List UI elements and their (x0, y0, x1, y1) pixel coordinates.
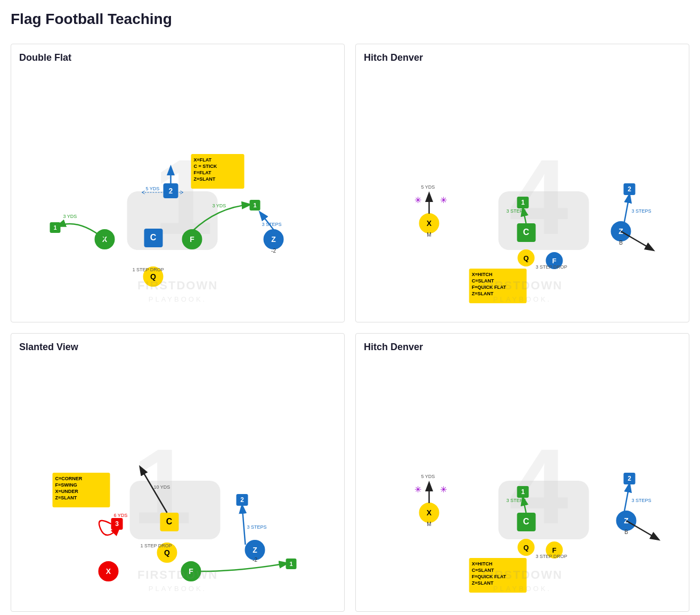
svg-rect-100 (499, 481, 589, 539)
svg-text:1: 1 (53, 224, 56, 231)
svg-text:10 YDS: 10 YDS (154, 484, 170, 490)
svg-text:1 STEP DROP: 1 STEP DROP (141, 543, 172, 548)
svg-text:1: 1 (521, 488, 525, 496)
svg-text:F=QUICK FLAT: F=QUICK FLAT (472, 574, 507, 579)
svg-text:C=SLANT: C=SLANT (472, 278, 494, 284)
svg-text:F: F (552, 257, 557, 265)
svg-text:F: F (190, 235, 194, 244)
svg-text:Q: Q (523, 254, 528, 262)
svg-text:Z=SLANT: Z=SLANT (194, 176, 216, 182)
svg-text:Z: Z (271, 235, 276, 244)
svg-text:F=FLAT: F=FLAT (194, 170, 212, 175)
svg-text:F: F (189, 567, 193, 576)
svg-text:X: X (427, 219, 432, 228)
svg-text:X: X (427, 508, 432, 517)
svg-line-62 (621, 231, 653, 250)
svg-text:X=HITCH: X=HITCH (472, 272, 493, 277)
svg-text:1 STEP DROP: 1 STEP DROP (133, 267, 164, 272)
svg-text:F=QUICK FLAT: F=QUICK FLAT (472, 285, 507, 290)
svg-text:3 STEPS: 3 STEPS (262, 222, 282, 227)
svg-text:C: C (150, 233, 157, 242)
svg-text:C = STICK: C = STICK (194, 164, 217, 169)
svg-text:2: 2 (628, 185, 631, 193)
svg-text:Q: Q (164, 548, 170, 557)
svg-text:3: 3 (115, 520, 119, 528)
svg-rect-37 (499, 191, 589, 250)
svg-text:5 YDS: 5 YDS (421, 184, 435, 190)
svg-line-125 (626, 521, 658, 539)
svg-rect-6 (127, 191, 218, 250)
svg-line-31 (261, 213, 274, 230)
svg-text:✳: ✳ (414, 196, 421, 205)
svg-text:Z: Z (253, 546, 257, 554)
svg-text:C: C (523, 517, 530, 526)
svg-text:X: X (102, 235, 108, 244)
play-area-slanted-view: 1 C=CORNER F=SWING X=UNDER Z=SLANT C 10 … (19, 358, 336, 603)
svg-text:B: B (624, 529, 628, 535)
svg-line-60 (624, 195, 630, 223)
play-diagram-hitch-denver-2: 4 5 YDS X M ✳ ✳ 1 C (364, 358, 681, 603)
svg-text:2: 2 (628, 475, 631, 482)
svg-text:Z=SLANT: Z=SLANT (55, 495, 77, 500)
svg-text:-2: -2 (253, 557, 257, 563)
play-card-double-flat: Double Flat 1 X=FLAT C = STICK F=FLAT Z=… (11, 44, 345, 322)
svg-text:Q: Q (150, 272, 156, 281)
svg-text:Z=SLANT: Z=SLANT (472, 291, 494, 296)
play-area-hitch-denver-1: 4 5 YDS X M ✳ ✳ 1 C (364, 69, 681, 314)
svg-text:X: X (106, 567, 111, 576)
page-title: Flag Football Teaching (11, 11, 689, 28)
play-title-hitch-denver-1: Hitch Denver (364, 52, 681, 63)
play-area-double-flat: 1 X=FLAT C = STICK F=FLAT Z=SLANT 2 5 YD… (19, 69, 336, 314)
svg-text:1: 1 (521, 199, 525, 206)
svg-text:3 STEP DROP: 3 STEP DROP (536, 264, 567, 270)
svg-line-96 (242, 506, 246, 545)
play-title-hitch-denver-2: Hitch Denver (364, 342, 681, 353)
svg-line-123 (624, 484, 630, 513)
play-diagram-hitch-denver-1: 4 5 YDS X M ✳ ✳ 1 C (364, 69, 681, 314)
svg-text:3 STEPS: 3 STEPS (507, 208, 526, 214)
svg-text:1: 1 (253, 202, 256, 208)
play-diagram-double-flat: 1 X=FLAT C = STICK F=FLAT Z=SLANT 2 5 YD… (19, 69, 336, 314)
svg-text:C: C (166, 517, 173, 526)
svg-text:5 YDS: 5 YDS (421, 474, 435, 479)
svg-text:3 STEPS: 3 STEPS (247, 524, 267, 530)
svg-text:M: M (427, 521, 431, 527)
svg-text:✳: ✳ (414, 485, 421, 494)
svg-text:C=CORNER: C=CORNER (55, 476, 83, 481)
svg-text:F: F (552, 546, 557, 554)
svg-text:3 YDS: 3 YDS (63, 214, 77, 219)
svg-text:Z=SLANT: Z=SLANT (472, 580, 494, 586)
svg-text:5 YDS: 5 YDS (146, 186, 160, 191)
svg-text:M: M (427, 232, 431, 238)
svg-text:✳: ✳ (440, 196, 447, 205)
svg-text:X=HITCH: X=HITCH (472, 561, 493, 567)
play-card-slanted-view: Slanted View (11, 333, 345, 612)
svg-text:6 YDS: 6 YDS (114, 513, 128, 518)
svg-text:Q: Q (523, 544, 528, 552)
play-title-double-flat: Double Flat (19, 52, 336, 63)
play-card-hitch-denver-1: Hitch Denver 4 (355, 44, 689, 322)
play-card-hitch-denver-2: Hitch Denver 4 (355, 333, 689, 612)
play-area-hitch-denver-2: 4 5 YDS X M ✳ ✳ 1 C (364, 358, 681, 603)
svg-text:2: 2 (240, 496, 244, 504)
svg-text:X=FLAT: X=FLAT (194, 157, 212, 163)
svg-text:3 STEPS: 3 STEPS (632, 498, 652, 503)
svg-text:3 STEPS: 3 STEPS (632, 208, 652, 214)
svg-text:3 STEPS: 3 STEPS (507, 498, 526, 503)
svg-text:3 STEP DROP: 3 STEP DROP (536, 554, 567, 559)
svg-text:2: 2 (169, 187, 173, 195)
svg-text:X=UNDER: X=UNDER (55, 489, 79, 494)
svg-text:1: 1 (289, 561, 292, 567)
svg-text:✳: ✳ (440, 485, 447, 494)
svg-text:C: C (523, 228, 530, 237)
svg-text:3 YDS: 3 YDS (213, 203, 226, 208)
svg-text:F=SWING: F=SWING (55, 482, 77, 488)
svg-text:C=SLANT: C=SLANT (472, 568, 494, 573)
plays-grid: Double Flat 1 X=FLAT C = STICK F=FLAT Z=… (11, 44, 689, 612)
play-title-slanted-view: Slanted View (19, 342, 336, 353)
play-diagram-slanted-view: 1 C=CORNER F=SWING X=UNDER Z=SLANT C 10 … (19, 358, 336, 603)
svg-text:-2: -2 (271, 248, 276, 254)
svg-text:B: B (619, 240, 623, 246)
